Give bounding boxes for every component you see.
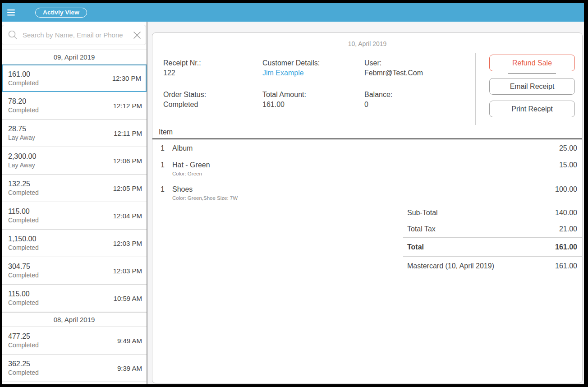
receipt-fields: Receipt Nr.: 122 Customer Details: Jim E… (163, 58, 473, 110)
transaction-list: 09, April 2019 161.00 Completed 12:30 PM… (2, 50, 147, 382)
user-label: User: (364, 58, 473, 68)
date-group-header: 09, April 2019 (2, 50, 147, 64)
transaction-row[interactable]: 115.00 Completed 10:59 AM (2, 285, 147, 312)
transaction-status: Completed (8, 189, 39, 197)
total-amount-label: Total Amount: (262, 90, 364, 100)
balance-label: Balance: (364, 90, 473, 100)
transaction-time: 12:12 PM (113, 102, 142, 110)
transaction-status: Completed (8, 299, 39, 307)
items-column-header: Item (159, 128, 173, 136)
content-area: 09, April 2019 161.00 Completed 12:30 PM… (2, 22, 584, 384)
search-box (2, 25, 146, 45)
item-options: Color: Green (172, 170, 559, 177)
search-input[interactable] (23, 31, 132, 39)
receipt-item-row: 1 Hat - Green Color: Green 15.00 (152, 156, 582, 180)
order-status-label: Order Status: (163, 90, 262, 100)
transaction-row[interactable]: 1,150.00 Completed 12:03 PM (2, 230, 147, 257)
item-qty: 1 (161, 161, 172, 177)
transaction-status: Lay Away (8, 134, 35, 142)
transaction-row[interactable]: 78.20 Completed 12:12 PM (2, 92, 147, 120)
transaction-amount: 115.00 (8, 207, 39, 216)
app-window: Activiy View 09, April 2019 (2, 3, 584, 384)
transaction-time: 9:39 AM (117, 364, 142, 372)
transaction-status: Lay Away (8, 161, 36, 169)
date-group-header: 08, April 2019 (2, 312, 147, 327)
transaction-amount: 115.00 (8, 290, 39, 299)
transaction-amount: 2,300.00 (8, 152, 36, 161)
item-price: 25.00 (559, 144, 577, 153)
transaction-row[interactable]: 115.00 Completed 12:04 PM (2, 202, 147, 230)
transaction-status: Completed (8, 271, 39, 279)
transaction-amount: 132.25 (8, 180, 39, 189)
item-name: Hat - Green (172, 161, 559, 170)
transaction-time: 12:05 PM (113, 184, 142, 192)
transaction-time: 10:59 AM (114, 295, 142, 302)
receipt-items: 1 Album 25.00 1 Hat - Green Color: Green (152, 139, 582, 205)
activity-view-button[interactable]: Activiy View (35, 8, 87, 18)
transaction-status: Completed (8, 244, 39, 252)
menu-button[interactable] (7, 6, 21, 19)
item-options: Color: Green,Shoe Size: 7W (172, 195, 555, 202)
transaction-time: 12:04 PM (113, 212, 142, 220)
order-status-value: Completed (163, 100, 262, 110)
receipt-nr-label: Receipt Nr.: (163, 58, 262, 68)
vertical-divider (475, 53, 476, 125)
receipt-area: 10, April 2019 Receipt Nr.: 122 Customer… (147, 22, 584, 384)
total-amount-value: 161.00 (262, 100, 364, 110)
item-name: Shoes (172, 185, 555, 194)
subtotal-label: Sub-Total (407, 209, 438, 217)
totals-section: Sub-Total 140.00 Total Tax 21.00 Total 1… (403, 205, 582, 275)
refund-sale-button[interactable]: Refund Sale (489, 55, 575, 71)
transaction-row[interactable]: 477.25 Completed 9:49 AM (2, 327, 147, 355)
subtotal-row: Sub-Total 140.00 (403, 205, 582, 221)
transaction-row[interactable]: 304.75 Completed 12:03 PM (2, 257, 147, 285)
transaction-status: Completed (8, 216, 39, 224)
clear-search-button[interactable] (132, 30, 142, 40)
hamburger-icon (7, 9, 15, 16)
transaction-amount: 1,150.00 (8, 235, 39, 244)
transaction-row[interactable]: 28.75 Lay Away 12:11 PM (2, 120, 147, 147)
payment-method-label: Mastercard (10, April 2019) (407, 262, 494, 270)
transaction-time: 12:03 PM (113, 240, 142, 247)
transaction-amount: 78.20 (8, 97, 39, 106)
item-qty: 1 (161, 185, 172, 202)
transaction-status: Completed (8, 341, 39, 349)
transaction-amount: 304.75 (8, 262, 39, 271)
search-icon (8, 30, 18, 40)
transaction-status: Completed (8, 369, 39, 377)
subtotal-value: 140.00 (555, 209, 577, 217)
item-name: Album (172, 144, 559, 153)
transaction-time: 12:06 PM (113, 157, 142, 165)
transaction-amount: 362.25 (8, 359, 39, 369)
transaction-amount: 28.75 (8, 124, 35, 134)
transaction-amount: 477.25 (8, 332, 39, 341)
transaction-row[interactable]: 161.00 Completed 12:30 PM (2, 64, 147, 92)
receipt-item-row: 1 Shoes Color: Green,Shoe Size: 7W 100.0… (152, 180, 582, 205)
balance-value: 0 (364, 100, 473, 110)
print-receipt-button[interactable]: Print Receipt (489, 101, 575, 117)
user-value: Febmr@Test.Com (364, 68, 473, 78)
total-value: 161.00 (555, 243, 577, 251)
item-price: 100.00 (555, 185, 577, 202)
item-qty: 1 (161, 144, 172, 153)
customer-link[interactable]: Jim Example (262, 68, 364, 78)
transaction-amount: 161.00 (8, 70, 39, 79)
payment-row: Mastercard (10, April 2019) 161.00 (403, 256, 582, 275)
receipt-card: 10, April 2019 Receipt Nr.: 122 Customer… (152, 32, 583, 383)
transaction-row[interactable]: 2,300.00 Lay Away 12:06 PM (2, 147, 147, 175)
email-receipt-button[interactable]: Email Receipt (489, 78, 575, 95)
total-row: Total 161.00 (403, 237, 582, 256)
transaction-status: Completed (8, 106, 39, 114)
top-bar: Activiy View (2, 3, 584, 22)
receipt-date: 10, April 2019 (152, 40, 582, 47)
total-label: Total (407, 243, 424, 251)
transactions-panel: 09, April 2019 161.00 Completed 12:30 PM… (2, 22, 147, 384)
customer-details-label: Customer Details: (262, 58, 364, 68)
transaction-status: Completed (8, 79, 39, 87)
transaction-row[interactable]: 132.25 Completed 12:05 PM (2, 175, 147, 202)
payment-amount: 161.00 (555, 262, 577, 270)
item-price: 15.00 (559, 161, 577, 177)
transaction-row[interactable]: 362.25 Completed 9:39 AM (2, 355, 147, 382)
transaction-time: 12:30 PM (112, 74, 141, 82)
receipt-nr-value: 122 (163, 68, 262, 78)
